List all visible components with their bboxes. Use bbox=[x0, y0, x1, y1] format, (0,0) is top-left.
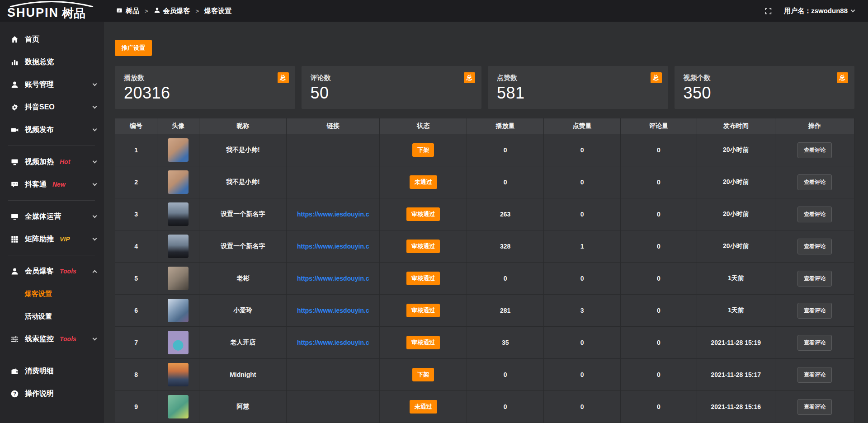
avatar bbox=[168, 299, 189, 322]
cell-status: 审核通过 bbox=[380, 327, 467, 359]
avatar bbox=[168, 202, 189, 226]
chevron-down-icon bbox=[93, 127, 97, 132]
sidebar-item-member-baoke[interactable]: 会员爆客Tools bbox=[0, 260, 104, 282]
sidebar-item-badge: Hot bbox=[60, 158, 70, 165]
video-link[interactable]: https://www.iesdouyin.c bbox=[297, 339, 369, 346]
sidebar-item-consume-detail[interactable]: 消费明细 bbox=[0, 360, 104, 382]
cell-avatar bbox=[157, 391, 199, 423]
cell-time: 20小时前 bbox=[697, 166, 775, 198]
cell-status: 下架 bbox=[380, 134, 467, 166]
status-badge: 审核通过 bbox=[406, 304, 440, 317]
cell-nickname: 设置一个新名字 bbox=[199, 230, 287, 263]
breadcrumb-item-2[interactable]: 会员爆客 bbox=[154, 7, 190, 15]
view-comments-button[interactable]: 查看评论 bbox=[797, 142, 832, 158]
sidebar-item-label: 抖客通 bbox=[25, 180, 47, 189]
sidebar-menu: 首页数据总览账号管理抖音SEO视频发布视频加热Hot抖客通New全媒体运营矩阵助… bbox=[0, 28, 104, 405]
cell-nickname: Midnight bbox=[199, 359, 287, 391]
status-badge: 审核通过 bbox=[406, 272, 440, 285]
cell-comments: 0 bbox=[621, 198, 697, 230]
sidebar-item-clue-monitor[interactable]: 线索监控Tools bbox=[0, 328, 104, 350]
sidebar-item-badge: VIP bbox=[60, 235, 70, 243]
sidebar-item-data-overview[interactable]: 数据总览 bbox=[0, 51, 104, 73]
cell-id: 3 bbox=[115, 198, 157, 230]
breadcrumb-item-1[interactable]: 树品 bbox=[116, 7, 139, 15]
stat-card-3: 点赞数581总 bbox=[488, 66, 668, 109]
cell-link bbox=[287, 166, 380, 198]
cell-plays: 0 bbox=[467, 263, 544, 295]
view-comments-button[interactable]: 查看评论 bbox=[797, 239, 832, 254]
cell-action: 查看评论 bbox=[775, 134, 854, 166]
chevron-down-icon bbox=[93, 182, 97, 186]
sidebar-item-douketong[interactable]: 抖客通New bbox=[0, 173, 104, 196]
sidebar-item-matrix-boost[interactable]: 矩阵助推VIP bbox=[0, 228, 104, 250]
username-label: 用户名：zswodun88 bbox=[784, 7, 848, 15]
table-column-header: 发布时间 bbox=[697, 118, 775, 134]
cell-avatar bbox=[157, 359, 199, 391]
view-comments-button[interactable]: 查看评论 bbox=[797, 271, 832, 287]
cell-likes: 0 bbox=[544, 391, 621, 423]
sidebar-item-home[interactable]: 首页 bbox=[0, 28, 104, 51]
cell-link bbox=[287, 391, 380, 423]
table-column-header: 播放量 bbox=[467, 118, 544, 134]
table-row: 8Midnight下架0002021-11-28 15:17查看评论 bbox=[115, 359, 854, 391]
sidebar-item-video-publish[interactable]: 视频发布 bbox=[0, 118, 104, 141]
avatar bbox=[168, 235, 189, 258]
cell-link: https://www.iesdouyin.c bbox=[287, 230, 380, 263]
video-link[interactable]: https://www.iesdouyin.c bbox=[297, 275, 369, 282]
home-icon bbox=[10, 35, 19, 44]
status-badge: 未通过 bbox=[410, 400, 437, 414]
username-dropdown[interactable]: 用户名：zswodun88 bbox=[784, 7, 854, 15]
sidebar-item-account-manage[interactable]: 账号管理 bbox=[0, 73, 104, 96]
stat-card-value: 350 bbox=[684, 84, 846, 103]
view-comments-button[interactable]: 查看评论 bbox=[797, 367, 832, 383]
breadcrumb-separator: > bbox=[196, 8, 199, 14]
promotion-settings-button[interactable]: 推广设置 bbox=[115, 40, 152, 56]
sidebar-item-label: 会员爆客 bbox=[25, 267, 54, 276]
view-comments-button[interactable]: 查看评论 bbox=[797, 303, 832, 319]
cell-avatar bbox=[157, 166, 199, 198]
cell-plays: 0 bbox=[467, 391, 544, 423]
chevron-down-icon bbox=[851, 8, 855, 13]
cell-status: 审核通过 bbox=[380, 295, 467, 327]
cell-link: https://www.iesdouyin.c bbox=[287, 198, 380, 230]
breadcrumb: 树品>会员爆客>爆客设置 bbox=[116, 7, 231, 15]
main-content: 推广设置 播放数20316总评论数50总点赞数581总视频个数350总 编号头像… bbox=[104, 22, 868, 423]
cell-comments: 0 bbox=[621, 359, 697, 391]
sidebar-item-label: 视频发布 bbox=[25, 125, 54, 135]
view-comments-button[interactable]: 查看评论 bbox=[797, 207, 832, 222]
avatar bbox=[168, 395, 189, 418]
chart-icon bbox=[10, 57, 19, 66]
sidebar-item-operation-guide[interactable]: ?操作说明 bbox=[0, 382, 104, 405]
total-badge: 总 bbox=[837, 72, 848, 83]
video-link[interactable]: https://www.iesdouyin.c bbox=[297, 307, 369, 314]
sidebar-divider bbox=[8, 200, 95, 201]
status-badge: 审核通过 bbox=[406, 240, 440, 253]
sidebar-item-video-heat[interactable]: 视频加热Hot bbox=[0, 150, 104, 173]
table-row: 5老彬https://www.iesdouyin.c审核通过0001天前查看评论 bbox=[115, 263, 854, 295]
svg-text:?: ? bbox=[13, 391, 16, 396]
view-comments-button[interactable]: 查看评论 bbox=[797, 399, 832, 415]
cell-status: 下架 bbox=[380, 359, 467, 391]
sidebar-item-label: 账号管理 bbox=[25, 80, 54, 89]
sidebar-divider bbox=[8, 255, 95, 255]
sidebar-subitem-activity-settings[interactable]: 活动设置 bbox=[0, 305, 104, 328]
sidebar-subitem-baoke-settings[interactable]: 爆客设置 bbox=[0, 282, 104, 305]
sidebar-item-douyin-seo[interactable]: 抖音SEO bbox=[0, 96, 104, 118]
chevron-down-icon bbox=[93, 104, 97, 109]
cell-likes: 0 bbox=[544, 327, 621, 359]
cell-status: 审核通过 bbox=[380, 198, 467, 230]
sidebar-subitem-label: 活动设置 bbox=[25, 312, 52, 321]
stat-card-value: 50 bbox=[311, 84, 473, 103]
table-row: 2我不是小帅!未通过00020小时前查看评论 bbox=[115, 166, 854, 198]
view-comments-button[interactable]: 查看评论 bbox=[797, 335, 832, 351]
sidebar-item-label: 数据总览 bbox=[25, 57, 54, 67]
gear-icon bbox=[10, 103, 19, 112]
sidebar-item-label: 线索监控 bbox=[25, 334, 54, 344]
sidebar-item-media-operation[interactable]: 全媒体运营 bbox=[0, 205, 104, 228]
video-link[interactable]: https://www.iesdouyin.c bbox=[297, 243, 369, 250]
video-link[interactable]: https://www.iesdouyin.c bbox=[297, 211, 369, 218]
sidebar-item-label: 操作说明 bbox=[25, 389, 54, 399]
view-comments-button[interactable]: 查看评论 bbox=[797, 174, 832, 190]
sidebar-item-label: 全媒体运营 bbox=[25, 212, 61, 221]
fullscreen-icon[interactable] bbox=[764, 7, 772, 15]
